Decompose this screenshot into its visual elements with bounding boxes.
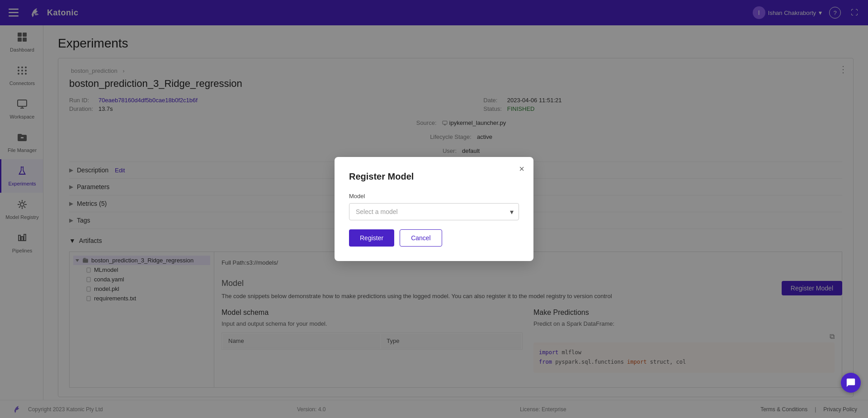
dialog-model-select[interactable]: Select a model (349, 203, 519, 220)
dialog-cancel-button[interactable]: Cancel (400, 229, 442, 247)
dialog-close-button[interactable]: × (519, 164, 524, 173)
dialog-model-field: Model Select a model ▾ (349, 193, 519, 220)
dialog-overlay: Register Model × Model Select a model ▾ … (0, 0, 868, 418)
dialog-register-button[interactable]: Register (349, 229, 394, 247)
dialog-title: Register Model (349, 171, 519, 182)
dialog-model-label: Model (349, 193, 519, 200)
chat-bubble[interactable] (841, 373, 861, 393)
register-model-dialog: Register Model × Model Select a model ▾ … (335, 157, 533, 261)
dialog-model-select-wrapper: Select a model ▾ (349, 203, 519, 220)
dialog-actions: Register Cancel (349, 229, 519, 247)
